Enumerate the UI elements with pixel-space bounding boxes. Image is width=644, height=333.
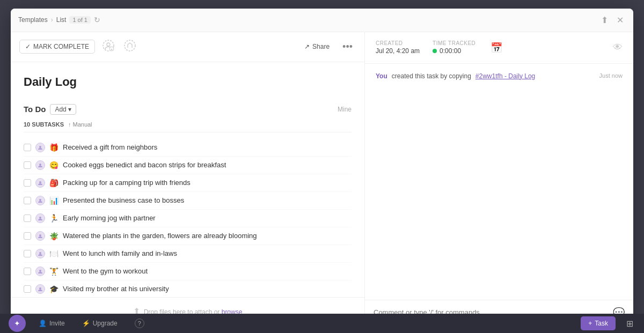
check-icon: ✓ [25, 43, 31, 50]
refresh-button[interactable]: ↻ [94, 16, 100, 24]
subtask-text: Went to lunch with family and in-laws [63, 249, 177, 257]
subtask-emoji: 🏃 [49, 214, 58, 223]
subtask-emoji: 📊 [49, 196, 58, 205]
activity-link[interactable]: #2ww1tfh - Daily Log [475, 72, 535, 80]
subtask-row: 🏋️ Went to the gym to workout [24, 263, 352, 280]
task-title: Daily Log [24, 75, 352, 89]
subtask-checkbox[interactable] [24, 285, 31, 293]
time-value-container: 0:00:00 [433, 47, 475, 55]
subtask-avatar [35, 160, 45, 170]
star-button[interactable]: ✦ [9, 315, 26, 332]
subtask-checkbox[interactable] [24, 144, 31, 151]
export-button[interactable]: ⬆ [599, 13, 610, 27]
subtask-checkbox[interactable] [24, 161, 31, 169]
subtask-avatar [35, 284, 45, 294]
activity-time: Just now [599, 72, 623, 79]
subtask-text: Visited my brother at his university [63, 285, 169, 293]
svg-point-6 [39, 164, 41, 166]
new-task-button[interactable]: + Task [581, 316, 616, 330]
breadcrumb-separator: › [51, 16, 53, 24]
created-value: Jul 20, 4:20 am [376, 47, 420, 55]
invite-label: Invite [49, 320, 65, 327]
subtask-emoji: 🎒 [49, 179, 58, 187]
priority-button[interactable] [122, 38, 138, 56]
watchers-button[interactable]: 👁 [613, 42, 623, 53]
activity-action: created this task by copying [392, 72, 471, 80]
add-label: Add [55, 106, 66, 113]
breadcrumb-templates[interactable]: Templates [18, 16, 48, 24]
subtask-avatar [35, 143, 45, 152]
mark-complete-button[interactable]: ✓ MARK COMPLETE [19, 40, 95, 54]
more-options-button[interactable]: ••• [339, 39, 356, 55]
calendar-button[interactable]: 📅 [488, 40, 504, 56]
section-label: To Do [24, 105, 46, 114]
mark-complete-label: MARK COMPLETE [33, 43, 89, 50]
chevron-down-icon: ▾ [68, 106, 71, 113]
subtask-checkbox[interactable] [24, 268, 31, 275]
grid-icon: ⊞ [626, 319, 633, 328]
subtask-avatar [35, 213, 45, 223]
subtask-text: Presented the business case to bosses [63, 196, 184, 204]
upgrade-icon: ⚡ [82, 320, 90, 327]
grid-view-button[interactable]: ⊞ [624, 316, 635, 331]
subtask-row: 🏃 Early morning jog with partner [24, 210, 352, 227]
share-icon: ↗ [304, 43, 310, 50]
svg-text:+: + [111, 48, 113, 51]
bottom-bar: ✦ 👤 Invite ⚡ Upgrade ? + Task ⊞ [0, 314, 644, 333]
svg-point-5 [39, 146, 41, 148]
svg-point-1 [107, 43, 110, 46]
subtask-row: 🍽️ Went to lunch with family and in-laws [24, 245, 352, 263]
subtask-checkbox[interactable] [24, 232, 31, 240]
subtask-avatar [35, 267, 45, 276]
sort-indicator: ↑ Manual [68, 121, 92, 128]
help-icon: ? [135, 319, 144, 328]
activity-area: You created this task by copying #2ww1tf… [365, 64, 633, 300]
task-toolbar: ✓ MARK COMPLETE + [11, 32, 364, 62]
subtask-list: 🎁 Received a gift from neighbors 😋 Cooke… [24, 139, 352, 297]
modal-body: ✓ MARK COMPLETE + [11, 32, 633, 325]
subtask-checkbox[interactable] [24, 179, 31, 187]
sort-label: Manual [72, 121, 92, 128]
subtask-avatar [35, 196, 45, 205]
svg-point-12 [39, 270, 41, 272]
subtask-emoji: 🎓 [49, 285, 58, 293]
pagination-badge: 1 of 1 [69, 16, 91, 24]
task-modal: Templates › List 1 of 1 ↻ ⬆ ✕ ✓ MARK COM… [11, 9, 633, 325]
subtask-avatar [35, 231, 45, 241]
add-subtask-button[interactable]: Add ▾ [50, 104, 76, 115]
subtasks-meta: 10 SUBTASKS ↑ Manual [24, 121, 352, 132]
subtask-emoji: 🏋️ [49, 267, 58, 276]
task-left-panel: ✓ MARK COMPLETE + [11, 32, 365, 325]
breadcrumb-list[interactable]: List [56, 16, 67, 24]
subtask-avatar [35, 178, 45, 188]
svg-point-9 [39, 217, 41, 219]
subtask-text: Watered the plants in the garden, flower… [63, 232, 257, 240]
created-meta: CREATED Jul 20, 4:20 am [376, 40, 420, 55]
sort-icon: ↑ [68, 121, 71, 128]
activity-you: You [376, 72, 387, 80]
svg-point-8 [39, 199, 41, 201]
help-button[interactable]: ? [130, 316, 149, 330]
subtask-emoji: 😋 [49, 161, 58, 169]
subtask-row: 🎓 Visited my brother at his university [24, 280, 352, 297]
share-button[interactable]: ↗ Share [300, 40, 334, 53]
subtask-row: 📊 Presented the business case to bosses [24, 192, 352, 210]
svg-point-7 [39, 181, 41, 183]
subtask-avatar [35, 249, 45, 258]
assignee-button[interactable]: + [100, 38, 116, 56]
subtask-checkbox[interactable] [24, 197, 31, 204]
upgrade-button[interactable]: ⚡ Upgrade [78, 317, 122, 329]
new-task-label: Task [595, 320, 608, 327]
subtask-checkbox[interactable] [24, 214, 31, 222]
task-content-area: Daily Log To Do Add ▾ Mine 10 SUBTASKS ↑… [11, 62, 364, 297]
subtask-checkbox[interactable] [24, 250, 31, 257]
svg-point-13 [39, 287, 41, 290]
modal-header: Templates › List 1 of 1 ↻ ⬆ ✕ [11, 9, 633, 32]
activity-item: You created this task by copying #2ww1tf… [376, 72, 623, 80]
close-button[interactable]: ✕ [614, 13, 626, 27]
svg-point-10 [39, 234, 41, 236]
upgrade-label: Upgrade [93, 320, 118, 327]
svg-point-11 [39, 252, 41, 254]
subtask-emoji: 🪴 [49, 232, 58, 240]
invite-button[interactable]: 👤 Invite [34, 317, 69, 329]
